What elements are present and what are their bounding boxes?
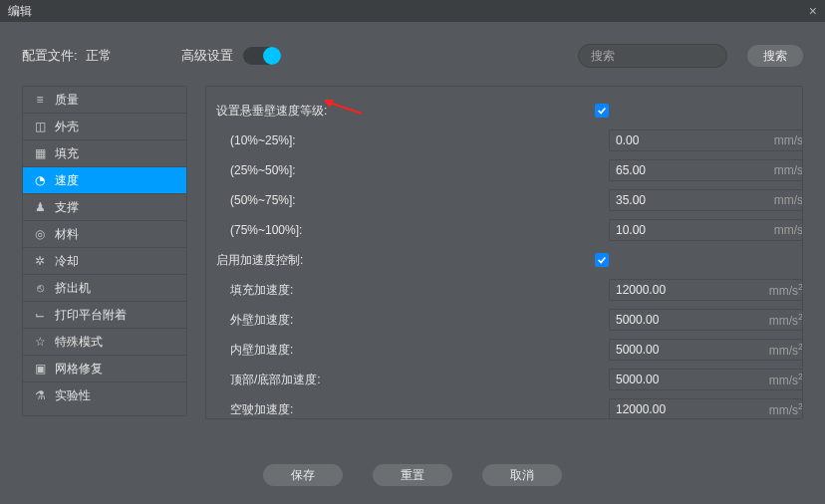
cancel-button[interactable]: 取消: [482, 464, 562, 486]
value-field: mm/s2: [609, 309, 803, 331]
setting-control: mm/s: [609, 219, 803, 241]
unit-label: mm/s2: [769, 401, 803, 417]
unit-label: mm/s: [774, 163, 803, 177]
experimental-icon: ⚗: [33, 388, 47, 402]
unit-label: mm/s2: [769, 312, 803, 328]
material-icon: ◎: [33, 227, 47, 241]
value-field: mm/s: [609, 219, 803, 241]
sidebar-item-label: 外壳: [55, 119, 79, 135]
checkbox[interactable]: [595, 104, 609, 118]
setting-label: (25%~50%]:: [216, 163, 609, 177]
sidebar-item-速度[interactable]: ◔速度: [23, 167, 186, 194]
fill-icon: ▦: [33, 146, 47, 160]
window-title: 编辑: [8, 3, 32, 20]
sidebar-item-填充[interactable]: ▦填充: [23, 140, 186, 167]
value-input[interactable]: [610, 310, 769, 330]
search-group: 搜索: [578, 44, 803, 68]
sidebar-item-实验性[interactable]: ⚗实验性: [23, 382, 186, 408]
sidebar-item-label: 打印平台附着: [55, 307, 127, 324]
setting-label: (75%~100%]:: [216, 223, 609, 237]
setting-label: (10%~25%]:: [216, 133, 609, 147]
checkbox[interactable]: [595, 253, 609, 267]
value-field: mm/s: [609, 159, 803, 181]
setting-control: [595, 253, 790, 267]
close-icon[interactable]: ×: [809, 3, 817, 19]
config-file-display: 配置文件: 正常: [22, 47, 112, 65]
setting-label: 外壁加速度:: [216, 312, 609, 329]
sidebar-item-外壳[interactable]: ◫外壳: [23, 114, 186, 140]
special-icon: ☆: [33, 335, 47, 349]
value-input[interactable]: [610, 130, 774, 150]
sidebar-item-质量[interactable]: ≡质量: [23, 87, 186, 114]
sidebar-item-网格修复[interactable]: ▣网格修复: [23, 356, 186, 382]
setting-row: (50%~75%]:mm/s: [216, 186, 790, 214]
sidebar-item-冷却[interactable]: ✲冷却: [23, 248, 186, 275]
advanced-toggle[interactable]: [243, 47, 281, 65]
speed-icon: ◔: [33, 173, 47, 187]
setting-control: mm/s: [609, 189, 803, 211]
sidebar-item-label: 冷却: [55, 253, 79, 270]
search-input[interactable]: [578, 44, 727, 68]
extruder-icon: ⎋: [33, 281, 47, 295]
setting-control: mm/s: [609, 129, 803, 151]
settings-panel[interactable]: 设置悬垂壁速度等级:(10%~25%]:mm/s(25%~50%]:mm/s(5…: [205, 86, 803, 419]
sidebar-item-label: 材料: [55, 226, 79, 243]
dialog-body: 配置文件: 正常 高级设置 搜索 ≡质量◫外壳▦填充◔速度♟支撑◎材料✲冷却⎋挤…: [0, 22, 825, 504]
sidebar-item-材料[interactable]: ◎材料: [23, 221, 186, 248]
sidebar-item-label: 特殊模式: [55, 334, 103, 351]
reset-button[interactable]: 重置: [373, 464, 452, 486]
advanced-toggle-group: 高级设置: [181, 47, 281, 65]
sidebar-item-label: 填充: [55, 145, 79, 162]
sidebar-item-挤出机[interactable]: ⎋挤出机: [23, 275, 186, 302]
setting-row: (75%~100%]:mm/s: [216, 216, 790, 244]
setting-control: mm/s2: [609, 369, 803, 390]
sidebar-item-特殊模式[interactable]: ☆特殊模式: [23, 329, 186, 356]
svg-line-0: [330, 103, 362, 114]
config-file-value: 正常: [86, 47, 112, 65]
setting-row: 外壁加速度:mm/s2: [216, 306, 790, 334]
edit-dialog: 编辑 × 配置文件: 正常 高级设置 搜索 ≡质量◫外壳▦填充◔速度♟支撑◎材料…: [0, 0, 825, 504]
cooling-icon: ✲: [33, 254, 47, 268]
setting-control: mm/s2: [609, 309, 803, 331]
value-input[interactable]: [610, 399, 769, 419]
value-input[interactable]: [610, 220, 774, 240]
unit-label: mm/s2: [769, 372, 803, 387]
setting-row: 设置悬垂壁速度等级:: [216, 97, 790, 125]
value-field: mm/s2: [609, 339, 803, 361]
sidebar-item-label: 实验性: [55, 387, 91, 404]
value-field: mm/s2: [609, 369, 803, 390]
setting-row: 内壁加速度:mm/s2: [216, 336, 790, 364]
setting-control: [595, 104, 790, 118]
annotation-arrow-icon: [324, 100, 364, 119]
top-bar: 配置文件: 正常 高级设置 搜索: [22, 44, 803, 68]
sidebar-item-支撑[interactable]: ♟支撑: [23, 194, 186, 221]
unit-label: mm/s: [774, 223, 803, 237]
value-input[interactable]: [610, 160, 774, 180]
value-input[interactable]: [610, 370, 769, 389]
shell-icon: ◫: [33, 120, 47, 133]
category-sidebar[interactable]: ≡质量◫外壳▦填充◔速度♟支撑◎材料✲冷却⎋挤出机⌙打印平台附着☆特殊模式▣网格…: [22, 86, 187, 416]
toggle-knob: [263, 47, 281, 65]
support-icon: ♟: [33, 200, 47, 214]
save-button[interactable]: 保存: [263, 464, 343, 486]
setting-label: 设置悬垂壁速度等级:: [216, 103, 595, 120]
unit-label: mm/s2: [769, 282, 803, 298]
search-button[interactable]: 搜索: [747, 45, 803, 67]
setting-label: (50%~75%]:: [216, 193, 609, 207]
setting-control: mm/s: [609, 159, 803, 181]
value-field: mm/s2: [609, 279, 803, 301]
config-file-label: 配置文件:: [22, 47, 78, 65]
sidebar-item-label: 速度: [55, 172, 79, 189]
advanced-label: 高级设置: [181, 47, 233, 65]
sidebar-item-label: 网格修复: [55, 361, 103, 378]
sidebar-item-打印平台附着[interactable]: ⌙打印平台附着: [23, 302, 186, 329]
value-input[interactable]: [610, 340, 769, 360]
setting-label: 顶部/底部加速度:: [216, 372, 609, 388]
value-field: mm/s2: [609, 398, 803, 419]
value-input[interactable]: [610, 190, 774, 210]
setting-row: (25%~50%]:mm/s: [216, 156, 790, 184]
setting-control: mm/s2: [609, 339, 803, 361]
value-input[interactable]: [610, 280, 769, 300]
sidebar-item-label: 质量: [55, 92, 79, 109]
value-field: mm/s: [609, 189, 803, 211]
